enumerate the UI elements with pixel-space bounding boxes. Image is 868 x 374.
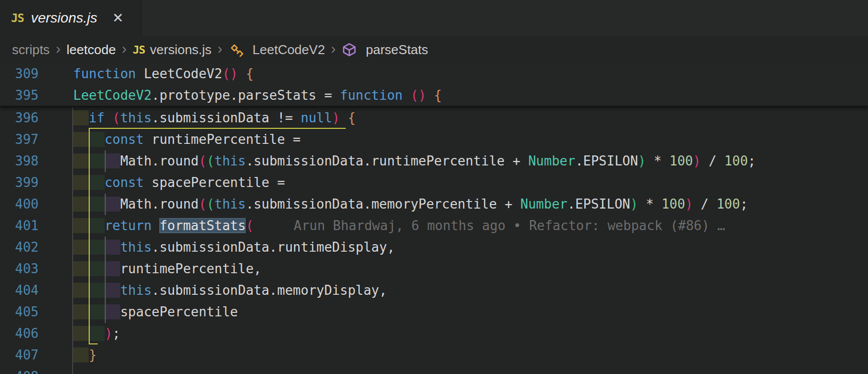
code-line-309[interactable]: 309function LeetCodeV2() { — [0, 63, 868, 85]
js-file-icon: JS — [133, 44, 145, 56]
word-highlight: formatStats — [159, 218, 246, 233]
code-text: Math.round((this.submissionData.memoryPe… — [73, 194, 748, 215]
line-number: 309 — [0, 63, 39, 85]
breadcrumb-label: scripts — [12, 42, 50, 58]
code-text: function LeetCodeV2() { — [73, 63, 254, 85]
breadcrumb-item-scripts[interactable]: scripts — [12, 42, 50, 58]
tab-versions-js[interactable]: JS versions.js ✕ — [0, 0, 141, 36]
code-line-398[interactable]: 398 Math.round((this.submissionData.runt… — [0, 150, 868, 172]
line-number: 406 — [0, 323, 39, 344]
breadcrumb-label: leetcode — [67, 42, 116, 58]
code-line-401[interactable]: 401 return formatStats(Arun Bhardwaj, 6 … — [0, 215, 868, 237]
breadcrumb-item-parsestats[interactable]: parseStats — [342, 42, 428, 58]
breadcrumb-label: parseStats — [366, 42, 428, 58]
code-text: ); — [73, 323, 120, 344]
line-number: 405 — [0, 301, 39, 323]
cube-icon — [342, 42, 361, 57]
code-text: this.submissionData.memoryDisplay, — [73, 280, 387, 301]
code-text: runtimePercentile, — [73, 258, 262, 280]
code-editor[interactable]: 396 if (this.submissionData != null) {39… — [0, 63, 868, 374]
code-text: LeetCodeV2.prototype.parseStats = functi… — [73, 85, 442, 106]
code-line-400[interactable]: 400 Math.round((this.submissionData.memo… — [0, 194, 868, 215]
line-number: 407 — [0, 344, 39, 366]
line-number: 403 — [0, 258, 39, 280]
code-line-396[interactable]: 396 if (this.submissionData != null) { — [0, 107, 868, 129]
tab-bar: JS versions.js ✕ — [0, 0, 868, 36]
close-icon[interactable]: ✕ — [109, 10, 127, 27]
breadcrumb: scripts›leetcode›JSversions.js›LeetCodeV… — [0, 36, 868, 63]
code-line-408[interactable]: 408 — [0, 366, 868, 374]
code-line-395[interactable]: 395LeetCodeV2.prototype.parseStats = fun… — [0, 85, 868, 106]
code-text: this.submissionData.runtimeDisplay, — [73, 237, 395, 258]
tab-label: versions.js — [31, 10, 97, 26]
breadcrumb-item-leetcode[interactable]: leetcode — [67, 42, 116, 58]
code-line-399[interactable]: 399 const spacePercentile = — [0, 172, 868, 194]
code-line-405[interactable]: 405 spacePercentile — [0, 301, 868, 323]
line-number: 399 — [0, 172, 39, 194]
js-file-icon: JS — [11, 12, 24, 25]
line-number: 402 — [0, 237, 39, 258]
code-line-403[interactable]: 403 runtimePercentile, — [0, 258, 868, 280]
code-line-404[interactable]: 404 this.submissionData.memoryDisplay, — [0, 280, 868, 301]
code-line-406[interactable]: 406 ); — [0, 323, 868, 344]
code-text: const runtimePercentile = — [73, 129, 301, 150]
code-line-397[interactable]: 397 const runtimePercentile = — [0, 129, 868, 150]
code-text: const spacePercentile = — [73, 172, 285, 194]
breadcrumb-item-versions-js[interactable]: JSversions.js — [133, 42, 211, 58]
code-text: return formatStats(Arun Bhardwaj, 6 mont… — [73, 215, 725, 237]
code-line-402[interactable]: 402 this.submissionData.runtimeDisplay, — [0, 237, 868, 258]
line-number: 404 — [0, 280, 39, 301]
line-number: 395 — [0, 85, 39, 106]
code-line-407[interactable]: 407 } — [0, 344, 868, 366]
git-blame-annotation: Arun Bhardwaj, 6 months ago • Refactor: … — [294, 218, 725, 233]
code-lines: 396 if (this.submissionData != null) {39… — [0, 107, 868, 374]
line-number: 397 — [0, 129, 39, 150]
breadcrumb-label: LeetCodeV2 — [253, 42, 325, 58]
code-text: Math.round((this.submissionData.runtimeP… — [73, 150, 756, 172]
breadcrumb-label: versions.js — [150, 42, 211, 58]
line-number: 400 — [0, 194, 39, 215]
chevron-right-icon: › — [218, 42, 223, 56]
line-number: 398 — [0, 150, 39, 172]
breadcrumb-item-leetcodev2[interactable]: LeetCodeV2 — [229, 42, 325, 58]
chevron-right-icon: › — [331, 42, 336, 56]
chevron-right-icon: › — [56, 42, 61, 56]
chevron-right-icon: › — [122, 42, 127, 56]
code-text: } — [73, 344, 97, 366]
sticky-scroll: 309function LeetCodeV2() {395LeetCodeV2.… — [0, 63, 868, 106]
code-text: if (this.submissionData != null) { — [73, 107, 356, 129]
class-icon — [229, 42, 248, 57]
line-number: 408 — [0, 366, 39, 374]
line-number: 401 — [0, 215, 39, 237]
code-text: spacePercentile — [73, 301, 238, 323]
line-number: 396 — [0, 107, 39, 129]
